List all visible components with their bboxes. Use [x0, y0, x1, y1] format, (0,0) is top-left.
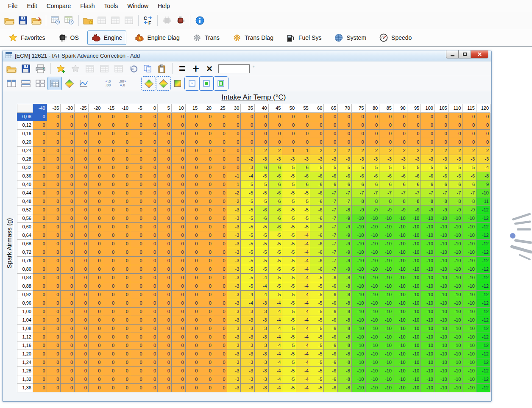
cell[interactable]: -10	[393, 384, 407, 392]
cell[interactable]: -10	[365, 308, 379, 316]
cell[interactable]: -10	[379, 358, 393, 367]
cell[interactable]: 0	[47, 180, 61, 189]
col-header--10[interactable]: -10	[116, 104, 130, 113]
cell[interactable]: -10	[365, 375, 379, 384]
cell[interactable]: 0	[102, 308, 116, 316]
cell[interactable]: -10	[435, 223, 448, 231]
cell[interactable]: -4	[268, 350, 282, 358]
cell[interactable]: 0	[144, 325, 158, 333]
cell[interactable]: 0	[171, 367, 185, 375]
cell[interactable]: 0	[171, 358, 185, 367]
row-header-0,40[interactable]: 0,40	[17, 180, 33, 189]
cell[interactable]: 0	[47, 325, 61, 333]
cell[interactable]: 0	[75, 325, 89, 333]
cell[interactable]: -10	[393, 316, 407, 325]
cell[interactable]: -9	[435, 206, 448, 214]
cell[interactable]: -10	[379, 223, 393, 231]
cell[interactable]: -7	[324, 189, 338, 197]
cell[interactable]: 0	[421, 121, 435, 130]
cell[interactable]: 0	[33, 113, 47, 121]
cell[interactable]: -12	[476, 240, 490, 248]
cell[interactable]: 0	[199, 197, 213, 206]
cell[interactable]: 0	[75, 180, 89, 189]
table-button-2[interactable]	[109, 14, 122, 27]
cell[interactable]: -6	[310, 206, 324, 214]
cell[interactable]: -10	[379, 308, 393, 316]
cell[interactable]: -5	[241, 231, 255, 240]
cell[interactable]: 0	[171, 341, 185, 350]
cell[interactable]: -5	[310, 316, 324, 325]
cell[interactable]: 0	[351, 130, 365, 138]
col-header-70[interactable]: 70	[338, 104, 352, 113]
cell[interactable]: 0	[130, 350, 144, 358]
cell[interactable]: -10	[435, 265, 448, 274]
cell[interactable]: -10	[407, 308, 421, 316]
cell[interactable]: 0	[435, 113, 448, 121]
cell[interactable]: -3	[255, 384, 269, 392]
save-file-button[interactable]	[16, 14, 30, 27]
cell[interactable]: -10	[435, 308, 448, 316]
cell[interactable]: -10	[379, 214, 393, 223]
cell[interactable]: -6	[324, 308, 338, 316]
cell[interactable]: 0	[421, 113, 435, 121]
cell[interactable]: -10	[407, 274, 421, 282]
cell[interactable]: -2	[476, 147, 490, 155]
cell[interactable]: 0	[75, 130, 89, 138]
cell[interactable]: -5	[241, 206, 255, 214]
cell[interactable]: 0	[144, 291, 158, 299]
cell[interactable]: 0	[116, 214, 130, 223]
cell[interactable]: 0	[61, 341, 75, 350]
cell[interactable]: -2	[268, 147, 282, 155]
cell[interactable]: -10	[393, 358, 407, 367]
cell[interactable]: 0	[282, 113, 296, 121]
cell[interactable]: 0	[102, 214, 116, 223]
cell[interactable]: 0	[171, 223, 185, 231]
cell[interactable]: -10	[379, 291, 393, 299]
cell[interactable]: 0	[213, 282, 227, 291]
cell[interactable]: 0	[88, 180, 102, 189]
cell[interactable]: -10	[365, 384, 379, 392]
cell[interactable]: -4	[268, 341, 282, 350]
cell[interactable]: 0	[407, 121, 421, 130]
cell[interactable]: 0	[75, 367, 89, 375]
cell[interactable]: 0	[144, 180, 158, 189]
cell[interactable]: 0	[47, 248, 61, 257]
cell[interactable]: 0	[102, 274, 116, 282]
cell[interactable]: -10	[421, 358, 435, 367]
cell[interactable]: -10	[435, 333, 448, 341]
cell[interactable]: 0	[116, 282, 130, 291]
cell[interactable]: -5	[282, 367, 296, 375]
cell[interactable]: -7	[324, 265, 338, 274]
col-header-105[interactable]: 105	[435, 104, 448, 113]
cell[interactable]: -12	[476, 282, 490, 291]
cell[interactable]: -6	[310, 265, 324, 274]
cell[interactable]: 0	[448, 121, 462, 130]
cell[interactable]: 0	[199, 248, 213, 257]
cell[interactable]: -3	[227, 358, 241, 367]
cell[interactable]: -10	[351, 240, 365, 248]
cell[interactable]: -10	[365, 265, 379, 274]
cell[interactable]: 0	[61, 274, 75, 282]
cell[interactable]: 0	[75, 197, 89, 206]
cell[interactable]: 0	[213, 257, 227, 265]
cell[interactable]: 0	[448, 130, 462, 138]
cell[interactable]: 0	[199, 350, 213, 358]
cell[interactable]: -10	[462, 231, 476, 240]
cell[interactable]: -10	[351, 367, 365, 375]
col-header-25[interactable]: 25	[213, 104, 227, 113]
cell[interactable]: -8	[338, 333, 352, 341]
row-header-1,00[interactable]: 1,00	[17, 308, 33, 316]
cell[interactable]: 0	[75, 206, 89, 214]
cell[interactable]: -4	[296, 291, 310, 299]
tab-fuel-sys[interactable]: Fuel Sys	[282, 31, 326, 45]
cell[interactable]: -12	[476, 231, 490, 240]
cell[interactable]: 0	[213, 130, 227, 138]
cell[interactable]: -10	[351, 231, 365, 240]
cell[interactable]: 0	[130, 384, 144, 392]
cell[interactable]: -6	[324, 367, 338, 375]
cell[interactable]: -10	[379, 299, 393, 308]
cell[interactable]: -11	[476, 197, 490, 206]
cell[interactable]: 0	[227, 164, 241, 172]
plus-button[interactable]: +	[189, 62, 202, 75]
cell[interactable]: -6	[310, 214, 324, 223]
